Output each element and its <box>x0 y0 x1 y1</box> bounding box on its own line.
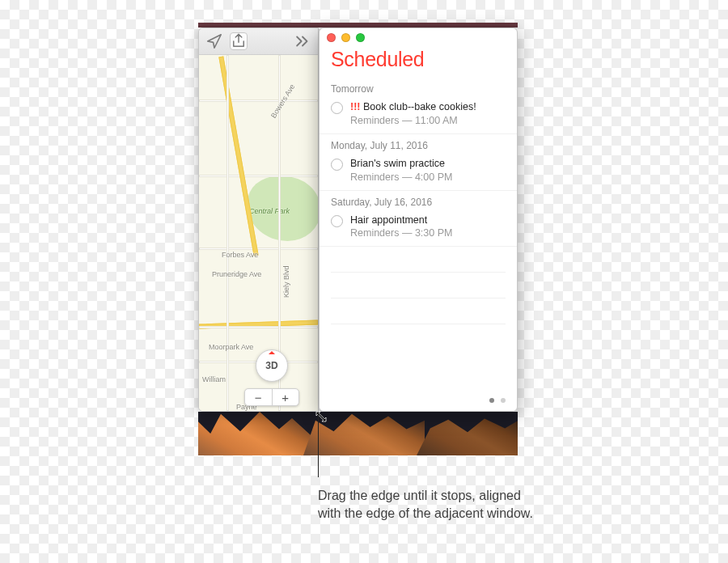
window-titlebar <box>320 28 517 46</box>
minimize-button[interactable] <box>341 33 350 42</box>
empty-rows <box>320 247 517 324</box>
location-icon[interactable] <box>205 32 223 50</box>
maps-toolbar <box>199 28 318 55</box>
compass-3d-button[interactable]: 3D <box>256 349 288 382</box>
street-label: Moorpark Ave <box>209 343 253 351</box>
reminder-item[interactable]: Brian's swim practice Reminders — 4:00 P… <box>320 155 517 191</box>
reminder-title: Book club--bake cookies! <box>363 101 476 112</box>
reminder-meta: Reminders — 3:30 PM <box>350 226 452 240</box>
page-dot[interactable] <box>489 398 494 403</box>
fullscreen-button[interactable] <box>356 33 365 42</box>
reminder-meta: Reminders — 4:00 PM <box>350 171 452 184</box>
reminder-item[interactable]: Hair appointment Reminders — 3:30 PM <box>320 211 517 248</box>
group-label: Monday, July 11, 2016 <box>320 134 517 155</box>
list-title: Scheduled <box>320 46 517 78</box>
complete-radio[interactable] <box>331 215 343 227</box>
callout-leader-line <box>318 414 319 477</box>
close-button[interactable] <box>327 33 336 42</box>
road <box>199 175 318 177</box>
group-label: Tomorrow <box>320 78 517 98</box>
compass-label: 3D <box>265 360 277 371</box>
street-label: Pruneridge Ave <box>212 270 261 278</box>
complete-radio[interactable] <box>331 102 343 114</box>
road <box>226 55 229 411</box>
map-canvas[interactable]: Central Park Bowers Ave Forbes Ave Prune… <box>199 55 318 411</box>
street-label: Kiely Blvd <box>282 265 290 298</box>
road <box>199 248 318 250</box>
road <box>199 99 318 102</box>
reminder-title: Brian's swim practice <box>350 158 445 169</box>
resize-cursor-icon <box>315 410 328 423</box>
complete-radio[interactable] <box>331 159 343 171</box>
share-button[interactable] <box>230 32 248 50</box>
street-label: William <box>202 375 226 383</box>
reminder-meta: Reminders — 11:00 AM <box>350 114 476 128</box>
priority-indicator: !!! <box>350 101 361 112</box>
reminder-title: Hair appointment <box>350 214 427 226</box>
group-label: Saturday, July 16, 2016 <box>320 191 517 211</box>
street-label: Forbes Ave <box>222 251 258 259</box>
screenshot-stage: Central Park Bowers Ave Forbes Ave Prune… <box>198 23 518 455</box>
road <box>199 326 318 328</box>
callout-text: Drag the edge until it stops, aligned wi… <box>318 487 536 523</box>
overflow-chevrons-icon[interactable] <box>294 32 311 50</box>
page-dot[interactable] <box>501 398 506 403</box>
page-indicator[interactable] <box>489 398 506 403</box>
highway <box>218 56 258 256</box>
zoom-out-button[interactable]: − <box>245 389 273 405</box>
park-label: Central Park <box>249 207 290 215</box>
zoom-control: − + <box>244 388 299 406</box>
maps-window[interactable]: Central Park Bowers Ave Forbes Ave Prune… <box>198 28 319 412</box>
reminder-item[interactable]: !!! Book club--bake cookies! Reminders —… <box>320 98 517 134</box>
zoom-in-button[interactable]: + <box>273 389 299 405</box>
desktop-wallpaper <box>198 412 518 455</box>
reminders-window[interactable]: Scheduled Tomorrow !!! Book club--bake c… <box>319 28 518 412</box>
